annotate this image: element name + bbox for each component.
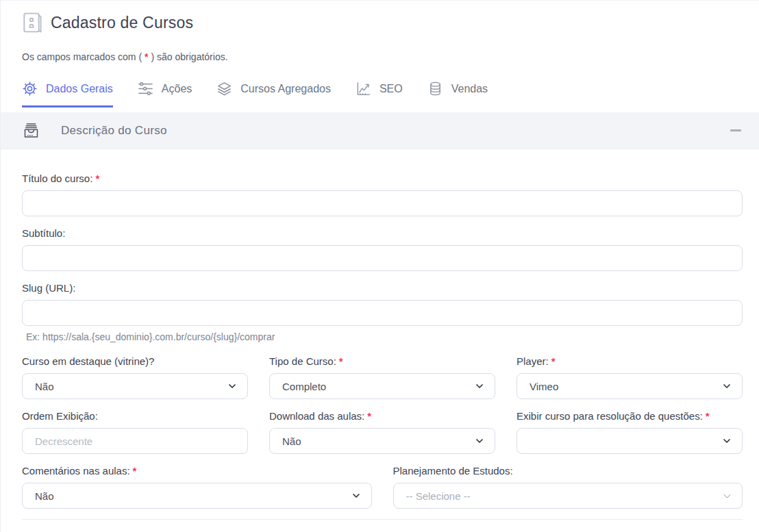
planejamento-select[interactable]: -- Selecione --	[393, 483, 743, 509]
tab-label: Vendas	[451, 83, 488, 95]
field-titulo: Título do curso:*	[22, 173, 743, 216]
tray-icon	[22, 121, 40, 140]
chevron-down-icon	[721, 435, 732, 446]
field-subtitulo: Subtítulo:	[22, 227, 743, 271]
comentarios-select-value: Não	[35, 490, 351, 502]
chevron-down-icon	[351, 490, 362, 501]
chevron-down-icon	[474, 435, 485, 446]
gear-icon	[22, 81, 38, 97]
player-label: Player:*	[517, 355, 743, 368]
tab-label: Cursos Agregados	[240, 83, 331, 95]
section-title: Descrição do Curso	[61, 124, 167, 138]
tipo-curso-select-value: Completo	[282, 381, 474, 392]
planejamento-select-value: -- Selecione --	[406, 490, 723, 502]
comentarios-label: Comentários nas aulas:*	[22, 465, 372, 477]
field-download: Download das aulas:* Não	[269, 410, 495, 454]
planejamento-label: Planejamento de Estudos:	[393, 465, 743, 477]
field-destaque: Curso em destaque (vitrine)? Não	[22, 355, 248, 399]
form-row-2: Ordem Exibição: Download das aulas:* Não…	[22, 410, 743, 454]
collapse-minus-icon[interactable]	[729, 124, 743, 138]
player-select-value: Vimeo	[530, 381, 721, 392]
download-select[interactable]: Não	[269, 428, 495, 454]
tipo-curso-label: Tipo de Curso:*	[269, 355, 495, 368]
required-asterisk: *	[367, 410, 371, 422]
destaque-select[interactable]: Não	[22, 373, 248, 399]
layers-icon	[216, 81, 232, 97]
player-select[interactable]: Vimeo	[517, 373, 743, 399]
descricao-do-curso-form: Título do curso:* Subtítulo: Slug (URL):…	[1, 149, 759, 509]
slug-input[interactable]	[22, 300, 743, 326]
tab-cursos-agregados[interactable]: Cursos Agregados	[216, 81, 331, 107]
field-slug: Slug (URL): Ex: https://sala.{seu_domini…	[22, 282, 743, 343]
field-player: Player:* Vimeo	[517, 355, 743, 399]
section-header-descricao[interactable]: Descrição do Curso	[1, 112, 759, 149]
exibir-questoes-select[interactable]	[517, 428, 743, 454]
tab-dados-gerais[interactable]: Dados Gerais	[22, 81, 113, 107]
cadastro-cursos-page: Cadastro de Cursos Os campos marcados co…	[0, 0, 759, 532]
subtitulo-label: Subtítulo:	[22, 227, 743, 240]
required-asterisk: *	[95, 173, 99, 184]
next-section-divider	[22, 519, 743, 520]
required-asterisk: *	[339, 355, 343, 367]
exibir-questoes-label: Exibir curso para resolução de questões:…	[517, 410, 743, 422]
required-asterisk: *	[706, 410, 710, 422]
note-prefix: Os campos marcados com (	[22, 51, 142, 62]
tipo-curso-select[interactable]: Completo	[269, 373, 495, 399]
ordem-label: Ordem Exibição:	[22, 410, 248, 422]
sliders-icon	[138, 81, 153, 97]
ordem-input[interactable]	[22, 428, 248, 454]
course-book-icon	[22, 10, 44, 35]
titulo-label: Título do curso:*	[22, 173, 743, 185]
required-asterisk: *	[133, 465, 137, 477]
field-ordem: Ordem Exibição:	[22, 410, 248, 454]
tab-bar: Dados Gerais Ações Cursos Agregados	[22, 81, 743, 107]
chevron-down-icon	[721, 381, 732, 392]
chevron-down-icon	[227, 381, 238, 392]
note-suffix: ) são obrigatórios.	[151, 51, 228, 62]
form-row-3: Comentários nas aulas:* Não Planejamento…	[22, 465, 743, 509]
destaque-label: Curso em destaque (vitrine)?	[22, 355, 248, 368]
tab-label: Dados Gerais	[46, 83, 113, 95]
comentarios-select[interactable]: Não	[22, 483, 372, 509]
field-planejamento: Planejamento de Estudos: -- Selecione --	[393, 465, 743, 509]
destaque-select-value: Não	[35, 381, 227, 392]
page-title: Cadastro de Cursos	[51, 14, 193, 32]
download-label: Download das aulas:*	[269, 410, 495, 422]
titulo-input[interactable]	[22, 190, 743, 216]
chevron-down-icon	[722, 491, 732, 501]
tab-label: SEO	[380, 83, 403, 95]
tab-seo[interactable]: SEO	[356, 81, 403, 107]
tab-vendas[interactable]: Vendas	[427, 81, 488, 107]
field-comentarios: Comentários nas aulas:* Não	[22, 465, 372, 509]
tab-acoes[interactable]: Ações	[138, 81, 192, 107]
required-asterisk: *	[145, 51, 148, 62]
form-row-1: Curso em destaque (vitrine)? Não Tipo de…	[22, 355, 743, 399]
required-fields-note: Os campos marcados com (*) são obrigatór…	[22, 51, 743, 62]
slug-helper-text: Ex: https://sala.{seu_dominio}.com.br/cu…	[22, 331, 743, 343]
slug-label: Slug (URL):	[22, 282, 743, 294]
chart-icon	[356, 81, 371, 97]
download-select-value: Não	[282, 435, 474, 447]
field-exibir-questoes: Exibir curso para resolução de questões:…	[517, 410, 743, 454]
tab-label: Ações	[162, 83, 192, 95]
coins-icon	[427, 81, 443, 97]
field-tipo-curso: Tipo de Curso:* Completo	[269, 355, 495, 399]
required-asterisk: *	[551, 355, 556, 367]
chevron-down-icon	[474, 381, 485, 392]
subtitulo-input[interactable]	[22, 245, 743, 271]
page-header: Cadastro de Cursos	[22, 1, 743, 35]
